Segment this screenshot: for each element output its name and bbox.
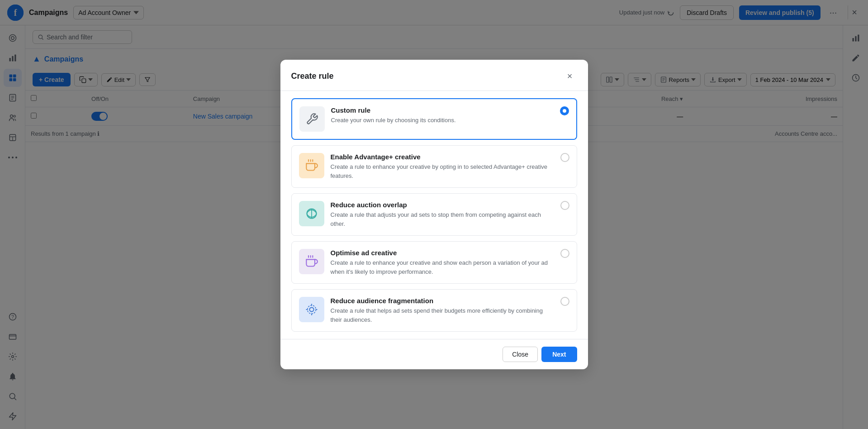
modal-header: Create rule ×	[280, 60, 588, 91]
rule-title-custom: Custom rule	[331, 106, 554, 114]
rule-title-fragmentation: Reduce audience fragmentation	[331, 297, 554, 305]
create-rule-modal: Create rule × Custom rule Create your ow…	[280, 60, 588, 369]
modal-close-button[interactable]: ×	[563, 69, 577, 83]
svg-point-54	[309, 307, 313, 311]
rule-text-fragmentation: Reduce audience fragmentation Create a r…	[331, 297, 554, 324]
rule-radio-auction[interactable]	[560, 201, 569, 210]
rule-desc-advantage: Create a rule to enhance your creative b…	[331, 162, 554, 180]
rule-icon-custom	[299, 106, 325, 132]
rule-radio-advantage[interactable]	[560, 153, 569, 162]
close-button[interactable]: Close	[503, 347, 538, 362]
modal-body: Custom rule Create your own rule by choo…	[280, 91, 588, 339]
rule-desc-fragmentation: Create a rule that helps ad sets spend t…	[331, 306, 554, 324]
modal-overlay[interactable]: Create rule × Custom rule Create your ow…	[0, 0, 868, 429]
rule-option-optimise[interactable]: Optimise ad creative Create a rule to en…	[291, 241, 577, 284]
rule-radio-optimise[interactable]	[560, 249, 569, 258]
rule-desc-auction: Create a rule that adjusts your ad sets …	[331, 210, 554, 228]
rule-text-custom: Custom rule Create your own rule by choo…	[331, 106, 554, 125]
modal-title: Create rule	[291, 72, 334, 81]
rule-option-custom[interactable]: Custom rule Create your own rule by choo…	[291, 98, 577, 140]
rule-option-advantage[interactable]: Enable Advantage+ creative Create a rule…	[291, 145, 577, 188]
rule-radio-custom[interactable]	[560, 106, 569, 115]
rule-title-auction: Reduce auction overlap	[331, 201, 554, 209]
rule-radio-fragmentation[interactable]	[560, 297, 569, 306]
rule-option-auction[interactable]: Reduce auction overlap Create a rule tha…	[291, 193, 577, 236]
modal-footer: Close Next	[280, 339, 588, 369]
rule-option-fragmentation[interactable]: Reduce audience fragmentation Create a r…	[291, 289, 577, 332]
rule-text-auction: Reduce auction overlap Create a rule tha…	[331, 201, 554, 228]
next-button[interactable]: Next	[541, 347, 577, 362]
rule-icon-fragmentation	[299, 297, 324, 322]
rule-icon-advantage	[299, 153, 324, 178]
rule-desc-custom: Create your own rule by choosing its con…	[331, 116, 554, 125]
rule-text-optimise: Optimise ad creative Create a rule to en…	[331, 249, 554, 276]
rule-title-optimise: Optimise ad creative	[331, 249, 554, 257]
svg-point-55	[307, 305, 316, 314]
rule-desc-optimise: Create a rule to enhance your creative a…	[331, 258, 554, 276]
rule-icon-auction	[299, 201, 324, 226]
rule-title-advantage: Enable Advantage+ creative	[331, 153, 554, 161]
rule-text-advantage: Enable Advantage+ creative Create a rule…	[331, 153, 554, 180]
rule-icon-optimise	[299, 249, 324, 274]
